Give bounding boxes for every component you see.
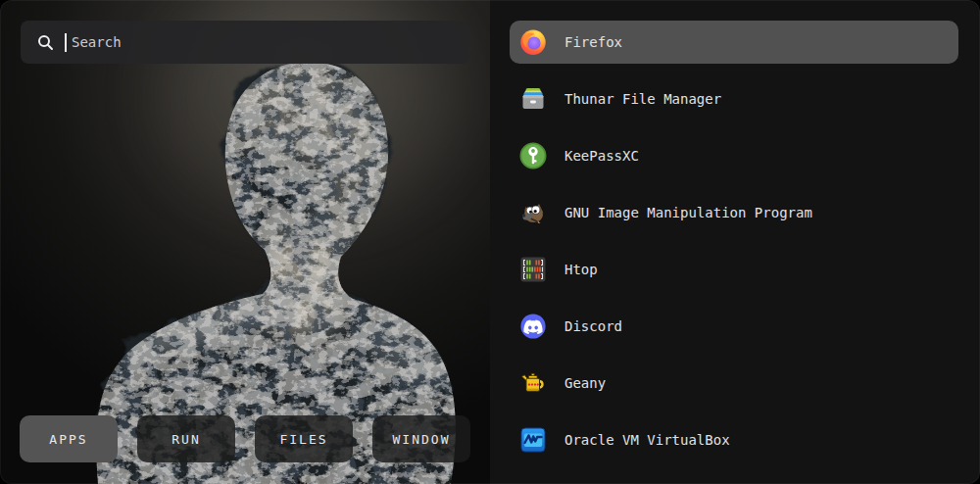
tab-apps[interactable]: APPS [20, 415, 118, 462]
app-label: Oracle VM VirtualBox [564, 432, 730, 448]
tab-apps-label: APPS [49, 432, 87, 447]
tab-window-label: WINDOW [393, 432, 451, 447]
tab-files[interactable]: FILES [255, 415, 353, 462]
thunar-icon [519, 85, 547, 113]
left-panel: APPS RUN FILES WINDOW [0, 0, 490, 484]
app-label: GNU Image Manipulation Program [564, 205, 812, 220]
tab-window[interactable]: WINDOW [372, 415, 470, 462]
bust-artwork-image [0, 0, 490, 484]
text-caret [65, 33, 67, 52]
discord-icon [519, 313, 547, 340]
tab-run[interactable]: RUN [137, 415, 235, 462]
app-list: Firefox Thunar File Manager [490, 0, 980, 484]
app-row-keepassxc[interactable]: KeePassXC [510, 134, 958, 177]
app-row-virtualbox[interactable]: Oracle VM VirtualBox [510, 418, 958, 461]
app-row-htop[interactable]: Htop [510, 248, 958, 291]
app-row-gimp[interactable]: GNU Image Manipulation Program [510, 191, 958, 234]
search-input[interactable] [72, 21, 469, 64]
keepassxc-icon [519, 142, 547, 169]
app-row-firefox[interactable]: Firefox [510, 21, 958, 64]
search-icon [37, 34, 54, 51]
search-bar[interactable] [21, 21, 469, 64]
app-row-geany[interactable]: Geany [510, 362, 958, 405]
firefox-icon [519, 28, 547, 56]
gimp-icon [519, 199, 547, 226]
virtualbox-icon [519, 426, 547, 454]
app-label: Thunar File Manager [564, 91, 721, 107]
tab-run-label: RUN [172, 432, 200, 447]
app-label: KeePassXC [564, 148, 639, 164]
launcher-window: APPS RUN FILES WINDOW [0, 0, 980, 484]
app-row-discord[interactable]: Discord [510, 305, 958, 348]
app-label: Discord [564, 318, 622, 334]
app-label: Htop [564, 262, 598, 277]
app-label: Geany [564, 375, 606, 391]
geany-icon [519, 369, 547, 397]
mode-tab-bar: APPS RUN FILES WINDOW [20, 415, 470, 462]
app-row-thunar[interactable]: Thunar File Manager [510, 77, 958, 121]
app-label: Firefox [564, 34, 622, 50]
htop-icon [519, 256, 547, 283]
tab-files-label: FILES [279, 432, 327, 447]
